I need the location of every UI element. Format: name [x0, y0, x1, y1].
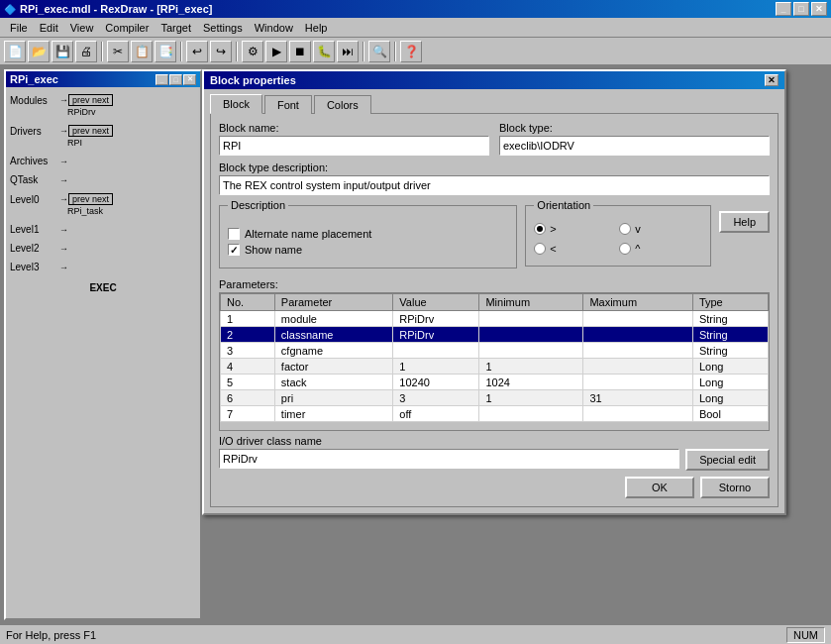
menu-view[interactable]: View — [64, 20, 100, 36]
dialog-title-bar: Block properties ✕ — [204, 71, 784, 89]
stop-button[interactable]: ⏹ — [289, 41, 311, 62]
tab-block[interactable]: Block — [210, 94, 262, 114]
col-no: No. — [221, 294, 275, 311]
level2-arrow: → — [59, 244, 68, 254]
diagram-minimize[interactable]: _ — [156, 74, 168, 85]
run-button[interactable]: ▶ — [265, 41, 287, 62]
row5-max — [583, 375, 693, 390]
row2-param: classname — [274, 327, 392, 343]
orient-down-radio[interactable] — [619, 223, 631, 235]
open-button[interactable]: 📂 — [28, 41, 50, 62]
new-button[interactable]: 📄 — [4, 41, 26, 62]
diagram-close[interactable]: ✕ — [183, 74, 196, 85]
dialog-title-text: Block properties — [210, 74, 296, 86]
paste-button[interactable]: 📑 — [155, 41, 176, 62]
block-type-input[interactable] — [499, 136, 770, 156]
ok-button[interactable]: OK — [625, 477, 694, 498]
print-button[interactable]: 🖨 — [75, 41, 97, 62]
diagram-level2-row: Level2 → — [10, 243, 196, 254]
menu-compiler[interactable]: Compiler — [99, 20, 155, 36]
level0-block[interactable]: prev next — [68, 193, 113, 205]
row6-value: 3 — [393, 390, 479, 406]
maximize-button[interactable]: □ — [793, 2, 809, 16]
drivers-label: Drivers — [10, 126, 59, 137]
storno-button[interactable]: Storno — [700, 477, 770, 498]
level3-arrow: → — [59, 263, 68, 272]
orient-right-radio[interactable] — [534, 223, 546, 235]
menu-target[interactable]: Target — [155, 20, 197, 36]
table-row[interactable]: 2 classname RPiDrv String — [221, 327, 769, 343]
col-min: Minimum — [479, 294, 583, 311]
drivers-block[interactable]: prev next — [68, 125, 113, 137]
step-button[interactable]: ⏭ — [337, 41, 359, 62]
params-table-container[interactable]: No. Parameter Value Minimum Maximum Type — [219, 292, 770, 431]
workspace: RPi_exec _ □ ✕ Modules → prev next RPiDr… — [0, 65, 831, 624]
orient-right-label: > — [550, 223, 556, 235]
menu-bar: File Edit View Compiler Target Settings … — [0, 18, 831, 38]
table-row[interactable]: 6 pri 3 1 31 Long — [221, 390, 769, 406]
toolbar-sep-1 — [101, 42, 103, 61]
menu-edit[interactable]: Edit — [34, 20, 64, 36]
app-title: RPi_exec.mdl - RexDraw - [RPi_exec] — [20, 3, 212, 15]
dialog-buttons: OK Storno — [219, 477, 770, 498]
dialog-body: Block Font Colors Block name: Block type… — [204, 89, 784, 513]
table-row[interactable]: 5 stack 10240 1024 Long — [221, 375, 769, 390]
help-button[interactable]: Help — [719, 211, 770, 233]
table-row[interactable]: 4 factor 1 1 Long — [221, 359, 769, 375]
tab-font[interactable]: Font — [264, 95, 312, 114]
row7-value: off — [393, 406, 479, 422]
orient-up-radio[interactable] — [619, 243, 631, 255]
row2-min — [479, 327, 583, 343]
debug-button[interactable]: 🐛 — [313, 41, 335, 62]
row2-value: RPiDrv — [393, 327, 479, 343]
table-row[interactable]: 1 module RPiDrv String — [221, 311, 769, 327]
row6-param: pri — [274, 390, 392, 406]
tab-colors[interactable]: Colors — [314, 95, 371, 114]
diagram-maximize[interactable]: □ — [169, 74, 182, 85]
save-button[interactable]: 💾 — [52, 41, 73, 62]
title-bar: 🔷 RPi_exec.mdl - RexDraw - [RPi_exec] _ … — [0, 0, 831, 18]
block-type-desc-input[interactable] — [219, 175, 770, 195]
block-type-desc-section: Block type description: — [219, 161, 770, 195]
zoom-button[interactable]: 🔍 — [368, 41, 390, 62]
modules-arrow: → — [59, 95, 68, 105]
col-param: Parameter — [274, 294, 392, 311]
menu-file[interactable]: File — [4, 20, 34, 36]
redo-button[interactable]: ↪ — [210, 41, 232, 62]
io-driver-input[interactable] — [219, 449, 679, 469]
dialog-close-button[interactable]: ✕ — [765, 74, 779, 86]
show-name-checkbox[interactable]: ✓ — [228, 244, 240, 256]
table-row[interactable]: 7 timer off Bool — [221, 406, 769, 422]
help-toolbar-button[interactable]: ❓ — [400, 41, 422, 62]
menu-help[interactable]: Help — [299, 20, 334, 36]
undo-button[interactable]: ↩ — [186, 41, 208, 62]
block-name-input[interactable] — [219, 136, 489, 156]
alternate-name-label: Alternate name placement — [245, 228, 371, 240]
copy-button[interactable]: 📋 — [131, 41, 153, 62]
level1-arrow: → — [59, 225, 68, 235]
close-button[interactable]: ✕ — [811, 2, 827, 16]
row5-no: 5 — [221, 375, 275, 390]
orient-left-radio[interactable] — [534, 243, 546, 255]
params-section: Parameters: No. Parameter Value Minimum — [219, 278, 770, 431]
minimize-button[interactable]: _ — [776, 2, 791, 16]
compile-button[interactable]: ⚙ — [242, 41, 263, 62]
special-edit-button[interactable]: Special edit — [685, 449, 770, 471]
row5-type: Long — [692, 375, 768, 390]
menu-window[interactable]: Window — [249, 20, 299, 36]
diagram-title: RPi_exec _ □ ✕ — [6, 71, 200, 87]
table-row[interactable]: 3 cfgname String — [221, 343, 769, 359]
col-max: Maximum — [583, 294, 693, 311]
menu-settings[interactable]: Settings — [197, 20, 249, 36]
alternate-name-checkbox[interactable] — [228, 228, 240, 240]
cut-button[interactable]: ✂ — [107, 41, 129, 62]
row1-max — [583, 311, 693, 327]
modules-block[interactable]: prev next — [68, 94, 113, 106]
row5-param: stack — [274, 375, 392, 390]
diagram-level3-row: Level3 → — [10, 262, 196, 272]
row2-type: String — [692, 327, 768, 343]
show-name-label: Show name — [245, 244, 302, 256]
desc-orient-row: Description Alternate name placement ✓ — [219, 201, 770, 272]
col-value: Value — [393, 294, 479, 311]
orientation-group-title: Orientation — [534, 199, 593, 211]
